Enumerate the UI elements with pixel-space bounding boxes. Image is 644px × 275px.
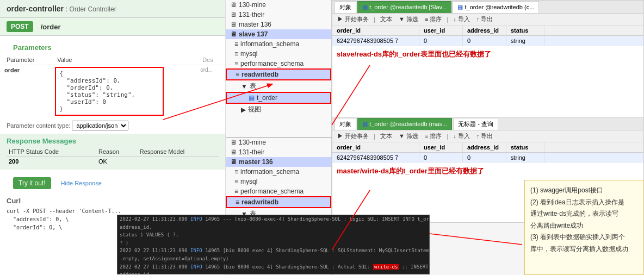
db-icon-upper-2: ≡ xyxy=(234,50,238,58)
cell-addr-id-upper: 0 xyxy=(463,36,506,46)
server-icon-lower-1: 🖥 xyxy=(230,139,237,146)
response-title: Response Messages xyxy=(7,137,219,145)
log-panel: 2022-02-27 11:31:23.090 INFO 14965 --- [… xyxy=(117,215,430,274)
btn-sort-lower[interactable]: ≡ 排序 xyxy=(423,132,443,141)
tree-item-master136-lower[interactable]: 🖥 master 136 xyxy=(226,157,331,167)
btn-sort-upper[interactable]: ≡ 排序 xyxy=(423,15,443,24)
param-content-type-row: Parameter content type: application/json xyxy=(7,121,219,130)
cell-user-id-lower: 0 xyxy=(419,153,463,162)
tree-item-130mine-lower[interactable]: 🖥 130-mine xyxy=(226,138,331,147)
btn-filter-lower[interactable]: ▼ 筛选 xyxy=(397,132,420,141)
tree-item-master136-upper[interactable]: 🖥 master 136 xyxy=(226,20,331,29)
btn-text-lower[interactable]: 文本 xyxy=(379,132,394,141)
tree-item-views-upper[interactable]: ▶ 视图 xyxy=(226,104,331,115)
btn-export-lower[interactable]: ↑ 导出 xyxy=(475,132,495,141)
tree-item-tables-folder-upper[interactable]: ▼ 表 xyxy=(226,80,331,92)
tree-item-torder-upper[interactable]: ▦ t_order xyxy=(226,92,331,104)
btn-export-upper[interactable]: ↑ 导出 xyxy=(475,15,495,24)
cell-user-id-upper: 0 xyxy=(419,36,463,46)
folder-icon-upper-2: ▶ xyxy=(241,106,246,114)
hide-response-link[interactable]: Hide Response xyxy=(61,180,102,186)
btn-text-upper[interactable]: 文本 xyxy=(379,15,394,24)
post-method-badge: POST xyxy=(7,21,33,32)
cell-addr-id-lower: 0 xyxy=(463,153,506,162)
action-row: Try it out! Hide Response xyxy=(0,173,225,193)
curl-title: Curl xyxy=(7,197,219,205)
col-value: Value xyxy=(51,55,196,65)
param-content-select[interactable]: application/json xyxy=(72,121,128,130)
try-it-button[interactable]: Try it out! xyxy=(13,177,51,189)
table-icon-tab-upper: ▦ xyxy=(362,4,368,11)
annotation-item-3: 通过write-ds完成的，表示读写 xyxy=(530,208,638,220)
log-line-6: .empty, setAssignment=Optional.empty) xyxy=(117,255,429,263)
tree-item-readwritedb-upper[interactable]: ≡ readwritedb xyxy=(226,68,331,80)
server-icon-upper-2: 🖥 xyxy=(230,11,237,18)
annotation-item-5: (3) 看到表中数据确实插入到两个 xyxy=(530,232,638,243)
cell-order-id-lower: 62427967483908505 7 xyxy=(332,153,419,162)
tree-item-perfschema-upper[interactable]: ≡ performance_schema xyxy=(226,59,331,68)
db-tab-lower-query[interactable]: 无标题 - 查询 xyxy=(453,118,498,130)
table-icon-upper: ▦ xyxy=(249,94,255,102)
cell-order-id-upper: 62427967483908505 7 xyxy=(332,36,419,46)
db-tab-bar-lower: 对象 ▦ t_order @readwritedb (mas... 无标题 - … xyxy=(332,117,643,130)
tree-item-infoschema-lower[interactable]: ≡ information_schema xyxy=(226,167,331,177)
db-icon-lower-4: ≡ xyxy=(236,198,239,206)
tree-item-mysql-lower[interactable]: ≡ mysql xyxy=(226,177,331,186)
btn-import-lower[interactable]: ↓ 导入 xyxy=(451,132,472,141)
param-value-input[interactable]: { "addressId": 0, "orderId": 0, "status"… xyxy=(55,67,164,116)
db-tab-bar-upper: 对象 ▦ t_order @readwritedb [Slav... ▦ t_o… xyxy=(332,1,643,14)
tree-item-slave137[interactable]: 🖥 slave 137 xyxy=(226,29,331,39)
btn-filter-upper[interactable]: ▼ 筛选 xyxy=(397,15,420,24)
db-icon-lower-2: ≡ xyxy=(234,178,238,185)
annotation-item-6: 库中，表示读写分离插入数据成功 xyxy=(530,243,638,255)
server-icon-upper-3: 🖥 xyxy=(230,21,237,28)
db-data-row-lower: 62427967483908505 7 0 0 string xyxy=(332,153,643,163)
server-icon-lower-2: 🖥 xyxy=(230,148,237,156)
db-tab-upper-torder[interactable]: ▦ t_order @readwritedb [Slav... xyxy=(357,1,451,13)
db-toolbar-upper: ▶ 开始事务 | 文本 ▼ 筛选 ≡ 排序 | ↓ 导入 ↑ 导出 xyxy=(332,14,643,26)
col-status-lower: status xyxy=(506,142,544,152)
col-addr-id-lower: address_id xyxy=(463,142,506,152)
annotation-item-1: (1) swagger调用post接口 xyxy=(530,185,638,197)
db-table-header-upper: order_id user_id address_id status xyxy=(332,26,643,36)
table-icon-tab-upper2: ▦ xyxy=(457,4,463,11)
col-order-id-lower: order_id xyxy=(332,142,419,152)
tree-panel-upper: 🖥 130-mine 🖥 131-their 🖥 master 136 🖥 sl… xyxy=(226,0,332,138)
db-tab-lower-torder[interactable]: ▦ t_order @readwritedb (mas... xyxy=(357,118,452,130)
db-tab-upper-torder2[interactable]: ▦ t_order @readwritedb (c... xyxy=(453,1,539,13)
swagger-header: order-controller : Order Controller xyxy=(0,0,225,18)
response-table: HTTP Status Code Reason Response Model 2… xyxy=(7,147,219,166)
log-line-2: address_id, xyxy=(117,223,429,232)
annotation-item-4: 分离路由write成功 xyxy=(530,220,638,232)
param-name-cell: order xyxy=(0,65,51,118)
btn-start-transaction-lower[interactable]: ▶ 开始事务 xyxy=(336,132,370,141)
tree-item-130mine-upper[interactable]: 🖥 130-mine xyxy=(226,0,331,10)
status-code-200: 200 xyxy=(7,157,96,167)
controller-subtitle: Order Controller xyxy=(70,5,116,13)
server-icon-upper-1: 🖥 xyxy=(230,1,237,9)
tree-item-131their-lower[interactable]: 🖥 131-their xyxy=(226,147,331,157)
db-table-header-lower: order_id user_id address_id status xyxy=(332,142,643,153)
annotation-item-2: (2) 看到idea日志表示插入操作是 xyxy=(530,197,638,209)
db-label-slave: slave/read-ds库的t_order表里面也已经有数据了 xyxy=(332,46,643,62)
tree-item-mysql-upper[interactable]: ≡ mysql xyxy=(226,49,331,59)
db-data-row-upper: 62427967483908505 7 0 0 string xyxy=(332,36,643,46)
db-icon-upper-3: ≡ xyxy=(234,60,238,67)
tree-item-readwritedb-lower[interactable]: ≡ readwritedb xyxy=(226,196,331,208)
btn-import-upper[interactable]: ↓ 导入 xyxy=(451,15,472,24)
btn-start-transaction-upper[interactable]: ▶ 开始事务 xyxy=(336,15,370,24)
db-icon-upper-4: ≡ xyxy=(236,71,239,78)
db-tab-upper-object[interactable]: 对象 xyxy=(335,1,356,13)
response-row-200: 200 OK xyxy=(7,157,219,167)
tree-item-131their-upper[interactable]: 🖥 131-their xyxy=(226,10,331,20)
param-desc-cell: ord... xyxy=(196,65,225,118)
col-parameter: Parameter xyxy=(0,55,51,65)
db-tab-lower-object[interactable]: 对象 xyxy=(335,118,356,130)
folder-icon-upper-1: ▼ xyxy=(241,83,247,90)
tree-item-perfschema-lower[interactable]: ≡ performance_schema xyxy=(226,186,331,196)
resp-col-reason: Reason xyxy=(96,147,138,157)
response-ok-text: OK xyxy=(96,157,138,167)
write-ds-highlight: write-ds xyxy=(373,264,399,270)
col-status-upper: status xyxy=(506,26,544,35)
tree-item-infoschema-upper[interactable]: ≡ information_schema xyxy=(226,39,331,49)
